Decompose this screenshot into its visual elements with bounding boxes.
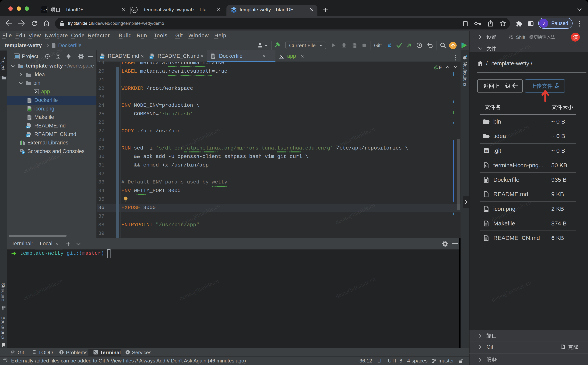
svg-text:git: git — [485, 149, 488, 152]
svg-text:MD: MD — [27, 126, 30, 128]
svg-text:MD: MD — [150, 56, 153, 59]
svg-text:MD: MD — [27, 135, 30, 137]
